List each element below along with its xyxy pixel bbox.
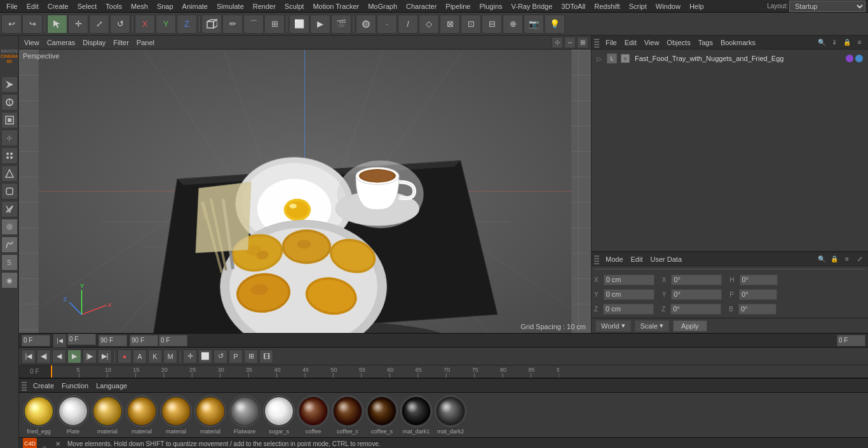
layout-select[interactable]: Startup Standard Essentials — [789, 1, 865, 12]
frame-start-field[interactable]: 0 F — [67, 334, 96, 345]
attr-lock-button[interactable]: 🔒 — [829, 254, 840, 265]
tc-play-forward[interactable]: ▶ — [67, 350, 81, 363]
menu-tools[interactable]: Tools — [102, 1, 126, 11]
viewport[interactable]: View Cameras Display Filter Panel ⊹ ↔ ⊞ … — [19, 36, 592, 333]
menu-vray[interactable]: V-Ray Bridge — [508, 1, 557, 11]
attr-pos-y-field[interactable]: 0 cm — [604, 289, 654, 300]
menu-pipeline[interactable]: Pipeline — [442, 1, 474, 11]
points-mode-button[interactable]: · — [377, 15, 397, 34]
viewport-canvas[interactable]: Perspective — [19, 50, 591, 333]
attr-p-field[interactable]: 0° — [739, 289, 777, 300]
obj-search-button[interactable]: 🔍 — [816, 37, 827, 48]
edges-mode-button[interactable]: / — [398, 15, 418, 34]
current-frame-field[interactable]: 0 F — [22, 335, 50, 346]
mat-item-mat_dark2[interactable]: mat_dark2 — [435, 395, 466, 435]
undo-button[interactable]: ↩ — [1, 15, 22, 34]
obj-row-main[interactable]: ▷ L 0 Fast_Food_Tray_with_Nuggets_and_Fr… — [594, 52, 865, 65]
sidebar-tool-3[interactable] — [1, 112, 18, 128]
tc-play-back[interactable]: ◀ — [52, 350, 66, 363]
mat-item-Flatware[interactable]: Flatware — [229, 395, 261, 435]
mat-menu-language[interactable]: Language — [93, 381, 130, 391]
preview-start-field[interactable]: 90 F — [130, 335, 158, 346]
select-tool-button[interactable] — [47, 15, 67, 34]
sidebar-paint-3[interactable]: S — [1, 254, 18, 271]
tc-key-all[interactable]: K — [148, 350, 162, 363]
scale-tool-button[interactable]: ⤢ — [89, 15, 109, 34]
pen-button[interactable]: ✏ — [222, 15, 243, 34]
attr-rot-y-field[interactable]: 0° — [671, 289, 722, 300]
mat-item-mat_dark1[interactable]: mat_dark1 — [400, 395, 432, 435]
menu-character[interactable]: Character — [402, 1, 440, 11]
tc-goto-start[interactable]: |◀ — [22, 350, 36, 363]
status-icon-close[interactable]: ✕ — [52, 438, 64, 448]
menu-sculpt[interactable]: Sculpt — [281, 1, 308, 11]
tc-goto-end[interactable]: ▶| — [98, 350, 112, 363]
vp-menu-display[interactable]: Display — [80, 37, 108, 48]
menu-simulate[interactable]: Simulate — [213, 1, 248, 11]
redo-button[interactable]: ↪ — [22, 15, 43, 34]
vp-icon-2[interactable]: ↔ — [564, 37, 576, 48]
menu-mesh[interactable]: Mesh — [127, 1, 152, 11]
sidebar-tool-1[interactable] — [1, 76, 18, 93]
menu-mograph[interactable]: MoGraph — [364, 1, 401, 11]
menu-file[interactable]: File — [3, 1, 22, 11]
tc-snap[interactable]: ✛ — [183, 350, 197, 363]
camera-button[interactable]: 📷 — [524, 15, 544, 34]
uv-mode-button[interactable]: ⊠ — [440, 15, 460, 34]
snap-button[interactable]: ⊕ — [503, 15, 523, 34]
obj-lock-button[interactable]: 🔒 — [841, 37, 853, 48]
obj-settings-button[interactable]: ≡ — [854, 37, 865, 48]
vp-icon-1[interactable]: ⊹ — [552, 37, 563, 48]
mat-item-coffee_s[interactable]: coffee_s — [366, 395, 398, 435]
spline-button[interactable]: ⌒ — [243, 15, 264, 34]
mat-menu-function[interactable]: Function — [59, 381, 91, 391]
sidebar-tool-2[interactable] — [1, 94, 18, 111]
menu-script[interactable]: Script — [625, 1, 651, 11]
scale-dropdown[interactable]: Scale ▾ — [635, 320, 670, 332]
attr-h-field[interactable]: 0° — [740, 275, 778, 285]
obj-menu-tags[interactable]: Tags — [696, 37, 715, 48]
attr-rot-x-field[interactable]: 0° — [671, 275, 722, 285]
obj-menu-edit[interactable]: Edit — [622, 37, 639, 48]
menu-3dtoall[interactable]: 3DToAll — [557, 1, 589, 11]
render-view-button[interactable]: ▶ — [310, 15, 330, 34]
tc-step-back[interactable]: ◀| — [37, 350, 51, 363]
tc-record[interactable]: ● — [118, 350, 132, 363]
attr-menu-mode[interactable]: Mode — [603, 254, 626, 264]
menu-animate[interactable]: Animate — [179, 1, 212, 11]
z-axis-button[interactable]: Z — [177, 15, 197, 34]
mat-menu-create[interactable]: Create — [31, 381, 57, 391]
object-mode-button[interactable] — [356, 15, 376, 34]
world-dropdown[interactable]: World ▾ — [595, 320, 631, 332]
obj-menu-file[interactable]: File — [603, 37, 620, 48]
vp-menu-cameras[interactable]: Cameras — [44, 37, 78, 48]
attr-pos-x-field[interactable]: 0 cm — [604, 275, 654, 285]
polygon-mode-button[interactable]: ◇ — [419, 15, 439, 34]
obj-menu-bookmarks[interactable]: Bookmarks — [718, 37, 758, 48]
menu-help[interactable]: Help — [686, 1, 708, 11]
tc-pingpong[interactable]: P — [229, 350, 243, 363]
tc-step-forward[interactable]: |▶ — [83, 350, 97, 363]
obj-menu-view[interactable]: View — [642, 37, 662, 48]
timeline-ruler[interactable]: 0 F — [19, 365, 868, 378]
mat-item-coffee_c[interactable]: coffee_c — [332, 395, 363, 435]
rotate-tool-button[interactable]: ↺ — [110, 15, 130, 34]
sidebar-paint-1[interactable] — [1, 219, 18, 235]
attr-menu-edit[interactable]: Edit — [628, 254, 646, 264]
y-axis-button[interactable]: Y — [156, 15, 176, 34]
workplane-button[interactable]: ⊟ — [482, 15, 502, 34]
move-tool-button[interactable]: ✛ — [68, 15, 88, 34]
tc-box[interactable]: ⬜ — [198, 350, 212, 363]
frame-end-field[interactable]: 90 F — [98, 335, 127, 346]
attr-menu-userdata[interactable]: User Data — [648, 254, 685, 264]
vp-menu-view[interactable]: View — [22, 37, 42, 48]
vp-icon-3[interactable]: ⊞ — [577, 37, 588, 48]
vp-menu-panel[interactable]: Panel — [134, 37, 157, 48]
sidebar-tool-6[interactable] — [1, 165, 18, 182]
render-picture-viewer-button[interactable]: 🎬 — [331, 15, 351, 34]
apply-button[interactable]: Apply — [673, 320, 707, 332]
menu-window[interactable]: Window — [652, 1, 684, 11]
mat-item-fried_egg[interactable]: fried_egg — [23, 395, 55, 435]
status-icon-cinema4d[interactable]: C4D — [23, 438, 37, 448]
attr-b-field[interactable]: 0° — [738, 304, 776, 315]
